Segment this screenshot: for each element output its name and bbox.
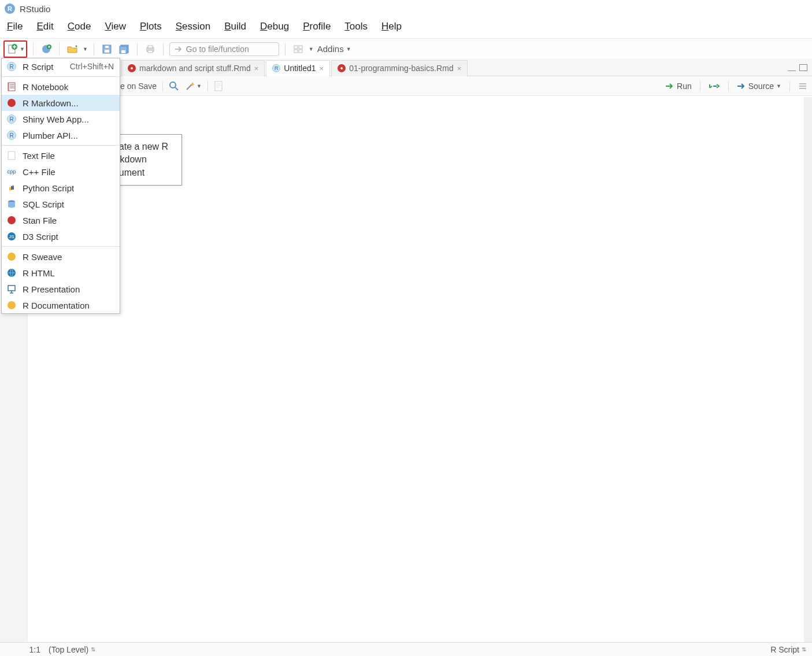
- goto-file-function-input[interactable]: Go to file/function: [169, 42, 279, 56]
- new-file-button[interactable]: [6, 42, 20, 56]
- menu-view[interactable]: View: [105, 21, 126, 32]
- save-button[interactable]: [100, 42, 114, 56]
- svg-rect-14: [299, 46, 302, 49]
- save-all-button[interactable]: [117, 42, 131, 56]
- menu-help[interactable]: Help: [381, 21, 402, 32]
- open-file-button[interactable]: [65, 42, 79, 56]
- menu-file[interactable]: File: [7, 21, 23, 32]
- new-project-button[interactable]: [39, 42, 53, 56]
- main-toolbar: ▼ ▼ Go to file/function ▼ Addins ▼: [0, 39, 812, 60]
- svg-rect-11: [148, 46, 153, 48]
- save-icon: [102, 45, 112, 54]
- menu-profile[interactable]: Profile: [303, 21, 331, 32]
- svg-rect-6: [105, 46, 109, 48]
- print-icon: [146, 45, 155, 54]
- new-file-icon: [8, 44, 18, 54]
- print-button[interactable]: [143, 42, 157, 56]
- addins-label: Addins: [317, 44, 344, 54]
- goto-arrow-icon: [175, 46, 183, 53]
- open-folder-icon: [67, 45, 77, 54]
- menu-bar: File Edit Code View Plots Session Build …: [0, 17, 812, 39]
- svg-rect-12: [148, 50, 153, 53]
- svg-rect-13: [294, 46, 298, 49]
- addins-menu[interactable]: Addins ▼: [317, 44, 351, 54]
- menu-session[interactable]: Session: [176, 21, 210, 32]
- new-file-caret-icon[interactable]: ▼: [20, 46, 25, 52]
- menu-edit[interactable]: Edit: [36, 21, 53, 32]
- panes-caret-icon[interactable]: ▼: [309, 46, 314, 52]
- new-file-dropdown: R R Script Ctrl+Shift+N R Notebook R Mar…: [1, 58, 120, 60]
- new-project-icon: [41, 44, 51, 54]
- menu-code[interactable]: Code: [68, 21, 91, 32]
- app-title: RStudio: [20, 4, 50, 14]
- save-all-icon: [119, 45, 129, 54]
- workspace-panes-button[interactable]: [291, 42, 305, 56]
- panes-icon: [294, 45, 303, 53]
- menu-item-r-script[interactable]: R R Script Ctrl+Shift+N: [2, 58, 120, 60]
- svg-rect-15: [294, 50, 298, 53]
- new-file-button-highlight: ▼: [3, 40, 27, 58]
- goto-placeholder: Go to file/function: [186, 45, 249, 54]
- menu-debug[interactable]: Debug: [260, 21, 289, 32]
- svg-rect-5: [105, 50, 109, 53]
- menu-tools[interactable]: Tools: [344, 21, 368, 32]
- title-bar: R RStudio: [0, 0, 812, 17]
- app-logo: R: [5, 3, 15, 14]
- addins-caret-icon: ▼: [346, 46, 351, 52]
- menu-build[interactable]: Build: [224, 21, 246, 32]
- svg-rect-9: [121, 50, 125, 53]
- menu-plots[interactable]: Plots: [140, 21, 162, 32]
- svg-rect-16: [299, 50, 302, 53]
- open-recent-caret-icon[interactable]: ▼: [83, 46, 88, 52]
- document-tabs: ● markdown and script stuff.Rmd × R Unti…: [0, 59, 812, 60]
